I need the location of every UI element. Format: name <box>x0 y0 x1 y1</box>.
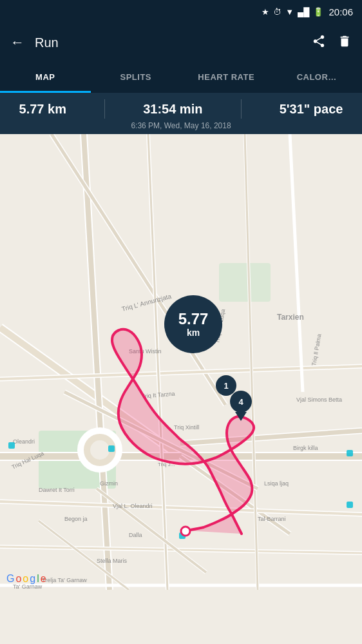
svg-text:Stella Maris: Stella Maris <box>97 558 128 564</box>
svg-text:Trelja Ta' Garnaw: Trelja Ta' Garnaw <box>42 577 87 583</box>
header-actions <box>312 34 352 52</box>
stat-pace: 5'31" pace <box>280 102 343 117</box>
tab-bar: MAP SPLITS HEART RATE CALOR… <box>0 62 362 93</box>
google-watermark: Google <box>6 573 46 585</box>
svg-text:Vjal Simons Betta: Vjal Simons Betta <box>296 396 342 403</box>
map-svg: Triq L' Annunzjata Triq Hal Luqa Santu W… <box>0 134 362 590</box>
svg-point-65 <box>181 527 190 536</box>
svg-text:Triq Xintill: Triq Xintill <box>174 424 199 431</box>
stats-date: 6:36 PM, Wed, May 16, 2018 <box>131 121 231 130</box>
svg-text:Dawret It Torri: Dawret It Torri <box>39 487 75 493</box>
svg-text:Begon ja: Begon ja <box>64 516 88 522</box>
tab-map[interactable]: MAP <box>0 62 91 92</box>
svg-rect-62 <box>347 502 353 508</box>
map-container[interactable]: Triq L' Annunzjata Triq Hal Luqa Santu W… <box>0 134 362 590</box>
alarm-icon: ⏱ <box>273 7 281 17</box>
app-header: ← Run <box>0 23 362 62</box>
svg-point-34 <box>90 440 110 460</box>
svg-text:Lsiqa ljaq: Lsiqa ljaq <box>264 480 289 487</box>
distance-bubble: 5.77 km <box>164 295 222 353</box>
status-icons: ★ ⏱ ▼ ▄█ 🔋 <box>262 7 323 17</box>
end-tail <box>235 412 247 421</box>
end-marker-4: 4 <box>230 391 252 421</box>
stats-row: 5.77 km 31:54 min 5'31" pace <box>0 99 362 119</box>
share-icon[interactable] <box>312 34 326 52</box>
delete-icon[interactable] <box>338 34 352 52</box>
distance-value: 5.77 <box>178 311 209 327</box>
status-bar: ★ ⏱ ▼ ▄█ 🔋 20:06 <box>0 0 362 23</box>
svg-rect-59 <box>108 445 115 452</box>
end-circle: 4 <box>230 391 252 413</box>
svg-text:Birgk killa: Birgk killa <box>293 445 318 451</box>
stats-divider-1 <box>104 99 105 119</box>
page-title: Run <box>35 35 312 50</box>
tab-heart-rate[interactable]: HEART RATE <box>181 62 272 92</box>
svg-text:Tal-Barrani: Tal-Barrani <box>258 516 286 522</box>
svg-text:Oleandri: Oleandri <box>13 438 35 445</box>
signal-icon: ▄█ <box>298 7 309 17</box>
stat-duration: 31:54 min <box>143 102 202 117</box>
svg-text:Gizmin: Gizmin <box>100 480 118 487</box>
svg-rect-2 <box>219 263 271 302</box>
wifi-icon: ▼ <box>285 7 294 17</box>
svg-text:Tarxien: Tarxien <box>277 313 304 322</box>
tab-splits[interactable]: SPLITS <box>91 62 182 92</box>
svg-rect-61 <box>347 450 353 456</box>
stats-divider-2 <box>241 99 242 119</box>
bluetooth-icon: ★ <box>262 7 269 17</box>
battery-icon: 🔋 <box>313 7 323 17</box>
svg-rect-63 <box>8 442 15 449</box>
back-button[interactable]: ← <box>10 34 24 51</box>
tab-calories[interactable]: CALOR… <box>272 62 363 92</box>
distance-unit: km <box>187 327 200 338</box>
svg-text:Vjal L. Oleandri: Vjal L. Oleandri <box>113 503 153 509</box>
stat-distance: 5.77 km <box>19 102 66 117</box>
svg-text:Dalla: Dalla <box>129 532 142 538</box>
stats-bar: 5.77 km 31:54 min 5'31" pace 6:36 PM, We… <box>0 93 362 134</box>
status-time: 20:06 <box>329 6 353 17</box>
